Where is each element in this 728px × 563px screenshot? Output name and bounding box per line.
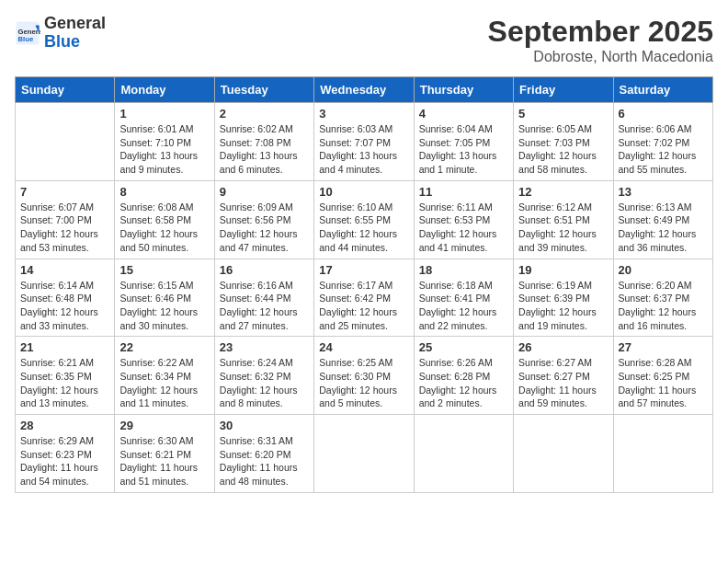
calendar-cell: 29Sunrise: 6:30 AMSunset: 6:21 PMDayligh… <box>115 415 214 493</box>
day-number: 4 <box>419 107 508 121</box>
calendar-cell <box>314 415 414 493</box>
day-info: Sunrise: 6:16 AMSunset: 6:44 PMDaylight:… <box>220 279 309 333</box>
day-number: 16 <box>220 263 309 277</box>
calendar-cell: 30Sunrise: 6:31 AMSunset: 6:20 PMDayligh… <box>214 415 313 493</box>
day-number: 27 <box>619 340 708 354</box>
calendar-cell: 18Sunrise: 6:18 AMSunset: 6:41 PMDayligh… <box>414 259 513 337</box>
day-info: Sunrise: 6:24 AMSunset: 6:32 PMDaylight:… <box>220 356 309 410</box>
day-number: 17 <box>319 263 408 277</box>
calendar-cell <box>16 103 115 181</box>
day-number: 15 <box>119 263 209 277</box>
calendar-cell: 19Sunrise: 6:19 AMSunset: 6:39 PMDayligh… <box>514 259 613 337</box>
calendar-cell: 23Sunrise: 6:24 AMSunset: 6:32 PMDayligh… <box>214 337 313 415</box>
calendar-cell: 6Sunrise: 6:06 AMSunset: 7:02 PMDaylight… <box>613 103 712 181</box>
column-header-wednesday: Wednesday <box>314 77 414 103</box>
logo-icon: General Blue <box>15 20 40 46</box>
calendar-cell: 26Sunrise: 6:27 AMSunset: 6:27 PMDayligh… <box>514 337 613 415</box>
day-number: 8 <box>119 185 209 199</box>
calendar-cell: 20Sunrise: 6:20 AMSunset: 6:37 PMDayligh… <box>613 259 712 337</box>
day-number: 25 <box>419 340 508 354</box>
day-info: Sunrise: 6:09 AMSunset: 6:56 PMDaylight:… <box>220 201 309 255</box>
day-info: Sunrise: 6:20 AMSunset: 6:37 PMDaylight:… <box>619 279 708 333</box>
day-number: 24 <box>319 340 408 354</box>
day-number: 5 <box>518 107 608 121</box>
day-number: 13 <box>619 185 708 199</box>
day-number: 6 <box>619 107 708 121</box>
svg-text:Blue: Blue <box>18 35 34 43</box>
calendar-cell: 25Sunrise: 6:26 AMSunset: 6:28 PMDayligh… <box>414 337 513 415</box>
logo-general-text: General <box>44 14 106 32</box>
day-info: Sunrise: 6:01 AMSunset: 7:10 PMDaylight:… <box>119 122 209 177</box>
day-info: Sunrise: 6:12 AMSunset: 6:51 PMDaylight:… <box>518 201 608 255</box>
day-info: Sunrise: 6:02 AMSunset: 7:08 PMDaylight:… <box>220 122 309 177</box>
day-number: 28 <box>20 419 109 432</box>
title-area: September 2025 Dobroste, North Macedonia <box>488 15 713 65</box>
day-number: 19 <box>518 263 608 277</box>
logo-blue-text: Blue <box>44 32 80 51</box>
day-info: Sunrise: 6:08 AMSunset: 6:58 PMDaylight:… <box>119 201 209 255</box>
day-info: Sunrise: 6:18 AMSunset: 6:41 PMDaylight:… <box>419 279 508 333</box>
day-info: Sunrise: 6:30 AMSunset: 6:21 PMDaylight:… <box>119 434 209 488</box>
day-info: Sunrise: 6:29 AMSunset: 6:23 PMDaylight:… <box>20 434 109 488</box>
day-number: 14 <box>20 263 109 277</box>
calendar-cell: 17Sunrise: 6:17 AMSunset: 6:42 PMDayligh… <box>314 259 414 337</box>
calendar-week-row: 28Sunrise: 6:29 AMSunset: 6:23 PMDayligh… <box>16 415 713 493</box>
column-header-friday: Friday <box>514 77 613 103</box>
calendar-cell: 22Sunrise: 6:22 AMSunset: 6:34 PMDayligh… <box>115 337 214 415</box>
day-info: Sunrise: 6:06 AMSunset: 7:02 PMDaylight:… <box>619 122 708 177</box>
day-info: Sunrise: 6:15 AMSunset: 6:46 PMDaylight:… <box>119 279 209 333</box>
calendar-cell: 10Sunrise: 6:10 AMSunset: 6:55 PMDayligh… <box>314 180 414 259</box>
day-number: 11 <box>419 185 508 199</box>
calendar-cell: 1Sunrise: 6:01 AMSunset: 7:10 PMDaylight… <box>115 103 214 181</box>
day-number: 12 <box>518 185 608 199</box>
calendar-cell: 3Sunrise: 6:03 AMSunset: 7:07 PMDaylight… <box>314 103 414 181</box>
calendar-cell <box>514 415 613 493</box>
day-info: Sunrise: 6:14 AMSunset: 6:48 PMDaylight:… <box>20 279 109 333</box>
calendar-cell: 21Sunrise: 6:21 AMSunset: 6:35 PMDayligh… <box>16 337 115 415</box>
calendar-header-row: SundayMondayTuesdayWednesdayThursdayFrid… <box>16 77 713 103</box>
day-info: Sunrise: 6:07 AMSunset: 7:00 PMDaylight:… <box>20 201 109 255</box>
column-header-saturday: Saturday <box>613 77 712 103</box>
day-info: Sunrise: 6:27 AMSunset: 6:27 PMDaylight:… <box>518 356 608 410</box>
calendar-week-row: 14Sunrise: 6:14 AMSunset: 6:48 PMDayligh… <box>16 259 713 337</box>
day-info: Sunrise: 6:28 AMSunset: 6:25 PMDaylight:… <box>619 356 708 410</box>
calendar-week-row: 1Sunrise: 6:01 AMSunset: 7:10 PMDaylight… <box>16 103 713 181</box>
day-info: Sunrise: 6:19 AMSunset: 6:39 PMDaylight:… <box>518 279 608 333</box>
day-number: 30 <box>220 419 309 432</box>
calendar-week-row: 21Sunrise: 6:21 AMSunset: 6:35 PMDayligh… <box>16 337 713 415</box>
day-info: Sunrise: 6:13 AMSunset: 6:49 PMDaylight:… <box>619 201 708 255</box>
day-number: 18 <box>419 263 508 277</box>
day-number: 7 <box>20 185 109 199</box>
calendar-cell: 12Sunrise: 6:12 AMSunset: 6:51 PMDayligh… <box>514 180 613 259</box>
month-title: September 2025 <box>488 15 713 49</box>
day-number: 29 <box>119 419 209 432</box>
day-info: Sunrise: 6:04 AMSunset: 7:05 PMDaylight:… <box>419 122 508 177</box>
column-header-thursday: Thursday <box>414 77 513 103</box>
day-number: 10 <box>319 185 408 199</box>
calendar-cell: 16Sunrise: 6:16 AMSunset: 6:44 PMDayligh… <box>214 259 313 337</box>
calendar-cell: 15Sunrise: 6:15 AMSunset: 6:46 PMDayligh… <box>115 259 214 337</box>
logo: General Blue General Blue <box>15 15 106 52</box>
day-number: 1 <box>119 107 209 121</box>
day-info: Sunrise: 6:03 AMSunset: 7:07 PMDaylight:… <box>319 122 408 177</box>
day-info: Sunrise: 6:11 AMSunset: 6:53 PMDaylight:… <box>419 201 508 255</box>
header: General Blue General Blue September 2025… <box>15 15 713 65</box>
column-header-sunday: Sunday <box>16 77 115 103</box>
day-number: 9 <box>220 185 309 199</box>
calendar-cell <box>613 415 712 493</box>
day-info: Sunrise: 6:26 AMSunset: 6:28 PMDaylight:… <box>419 356 508 410</box>
day-number: 3 <box>319 107 408 121</box>
day-info: Sunrise: 6:05 AMSunset: 7:03 PMDaylight:… <box>518 122 608 177</box>
calendar-cell: 27Sunrise: 6:28 AMSunset: 6:25 PMDayligh… <box>613 337 712 415</box>
day-info: Sunrise: 6:17 AMSunset: 6:42 PMDaylight:… <box>319 279 408 333</box>
calendar-week-row: 7Sunrise: 6:07 AMSunset: 7:00 PMDaylight… <box>16 180 713 259</box>
day-info: Sunrise: 6:22 AMSunset: 6:34 PMDaylight:… <box>119 356 209 410</box>
calendar-cell: 28Sunrise: 6:29 AMSunset: 6:23 PMDayligh… <box>16 415 115 493</box>
day-number: 26 <box>518 340 608 354</box>
calendar-cell: 14Sunrise: 6:14 AMSunset: 6:48 PMDayligh… <box>16 259 115 337</box>
column-header-tuesday: Tuesday <box>214 77 313 103</box>
column-header-monday: Monday <box>115 77 214 103</box>
day-number: 22 <box>119 340 209 354</box>
calendar-cell: 9Sunrise: 6:09 AMSunset: 6:56 PMDaylight… <box>214 180 313 259</box>
calendar-cell <box>414 415 513 493</box>
